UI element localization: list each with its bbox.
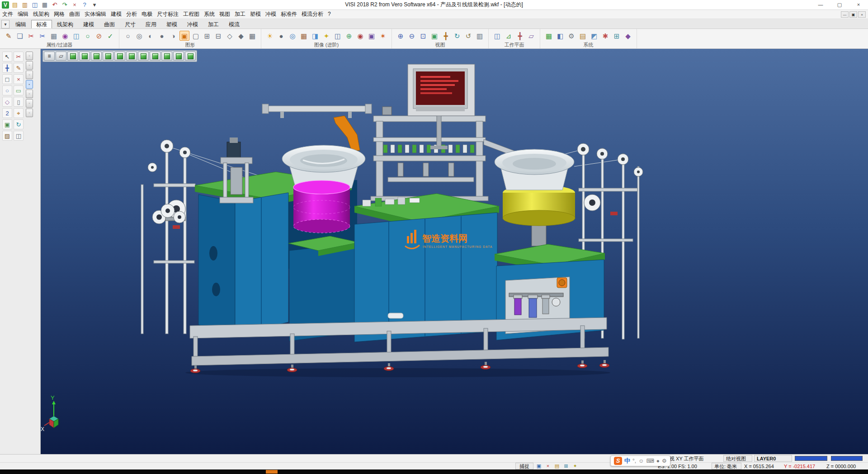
menu-item-12[interactable]: 系统 [202, 10, 217, 19]
punctuation-icon[interactable]: °, [632, 458, 636, 464]
background-icon[interactable]: ◨ [310, 31, 320, 41]
mini-tool-button-2[interactable]: ▫ [26, 61, 33, 70]
rotate-view-right-icon[interactable] [185, 52, 196, 61]
bottom-view-icon[interactable] [138, 52, 149, 61]
reflection-icon[interactable]: ◎ [288, 31, 297, 41]
menu-item-2[interactable]: 编辑 [15, 10, 31, 19]
menu-item-8[interactable]: 分析 [124, 10, 139, 19]
shaded-wire-icon[interactable]: ◐ [146, 31, 156, 41]
plane-tool-icon[interactable]: ▭ [14, 85, 24, 95]
pan-icon[interactable]: ╋ [441, 31, 451, 41]
modify-attributes-icon[interactable]: ✎ [4, 31, 14, 41]
help-icon[interactable]: ? [80, 1, 89, 9]
keyboard-icon[interactable]: ⌨ [646, 458, 654, 464]
wireframe-display-icon[interactable]: ○ [123, 31, 133, 41]
measure-target-icon[interactable]: ⌖ [14, 108, 24, 118]
tab-7[interactable]: 应用 [141, 20, 161, 28]
transparent-icon[interactable]: ◑ [168, 31, 178, 41]
menu-item-9[interactable]: 电极 [139, 10, 155, 19]
tab-6[interactable]: 尺寸 [120, 20, 141, 28]
highlight-pin-icon[interactable]: ✦ [571, 463, 579, 470]
menu-item-16[interactable]: 冲模 [263, 10, 278, 19]
mic-icon[interactable]: ● [656, 458, 660, 464]
snap-cross-icon[interactable]: ╋ [2, 63, 12, 73]
mesh-display-icon[interactable]: ▦ [247, 31, 257, 41]
section-view-icon[interactable]: ⊟ [213, 31, 223, 41]
menu-item-14[interactable]: 加工 [232, 10, 248, 19]
wireframe-filter-icon[interactable]: ○ [83, 31, 93, 41]
filter-trim-icon[interactable]: ✂ [38, 31, 47, 41]
zoom-in-icon[interactable]: ⊕ [396, 31, 406, 41]
texture-icon[interactable]: ▦ [299, 31, 309, 41]
menu-item-4[interactable]: 网格 [52, 10, 67, 19]
database-icon[interactable]: ◆ [623, 31, 633, 41]
zoom-fit-icon[interactable]: ▣ [429, 31, 439, 41]
solid-filter-icon[interactable]: ◉ [60, 31, 70, 41]
menu-item-5[interactable]: 曲面 [67, 10, 82, 19]
undo-icon[interactable]: ↶ [51, 1, 59, 9]
sketch-pencil-icon[interactable]: ✎ [14, 63, 24, 73]
element-filter-icon[interactable]: ▦ [49, 31, 59, 41]
multi-viewport-icon[interactable]: ▥ [475, 31, 485, 41]
hidden-lines-icon[interactable]: ◎ [134, 31, 144, 41]
workplane-status[interactable]: 俯视 XY 工作平面 [665, 455, 704, 462]
rendered-icon[interactable]: ▣ [179, 31, 189, 41]
display-mode-icon[interactable]: ▣ [535, 463, 542, 470]
mini-tool-button-4[interactable]: ▪ [26, 80, 33, 89]
trim-scissors-icon[interactable]: ✂ [14, 52, 24, 62]
top-view-icon[interactable] [126, 52, 137, 61]
render-plus-icon[interactable]: ⊕ [344, 31, 354, 41]
workplane-view-icon[interactable]: ▱ [56, 52, 66, 61]
settings-icon[interactable]: ⚙ [566, 31, 576, 41]
snap-toggle[interactable]: 捕捉 [515, 463, 533, 469]
lighting-icon[interactable]: ☀ [265, 31, 275, 41]
mini-tool-button-1[interactable]: ▫ [26, 52, 33, 60]
tab-9[interactable]: 冲模 [182, 20, 203, 28]
solid-display-icon[interactable]: ◆ [236, 31, 246, 41]
open-file-icon[interactable]: ▥ [21, 1, 29, 9]
face-filter-icon[interactable]: ◫ [71, 31, 81, 41]
tab-4[interactable]: 建模 [78, 20, 99, 28]
mini-tool-button-5[interactable]: ▫ [26, 90, 33, 98]
layer-manager-icon[interactable]: ▦ [544, 31, 554, 41]
rotate-tool-icon[interactable]: ↻ [14, 119, 24, 129]
plugins-icon[interactable]: ✱ [600, 31, 610, 41]
input-mode-toggle[interactable]: 中 [624, 457, 630, 465]
2d-mode-icon[interactable]: 2 [2, 108, 12, 118]
iso-view-icon[interactable] [67, 52, 78, 61]
palette-icon[interactable]: ▤ [553, 463, 561, 470]
mini-tool-button-6[interactable]: ▫ [26, 99, 33, 108]
tab-5[interactable]: 曲面 [99, 20, 120, 28]
menu-item-19[interactable]: ? [326, 10, 333, 19]
mini-tool-button-3[interactable]: ▫ [26, 71, 33, 79]
emoji-icon[interactable]: ☺ [638, 458, 644, 464]
workplane-xy-icon[interactable]: ◫ [492, 31, 502, 41]
grid-snap-icon[interactable]: ⊞ [562, 463, 570, 470]
print-icon[interactable]: ▦ [41, 1, 49, 9]
machine-3d-model[interactable]: 智造资料网 INTELLIGENT MANUFACTURING DATA Y X [41, 49, 868, 454]
polygon-tool-icon[interactable]: ◇ [2, 97, 12, 107]
tab-1[interactable]: 编辑 [10, 20, 31, 28]
flat-shade-icon[interactable]: ▢ [191, 31, 201, 41]
taskbar-active-app[interactable] [266, 470, 278, 474]
camera-icon[interactable]: ◉ [355, 31, 365, 41]
menu-item-6[interactable]: 实体编辑 [82, 10, 108, 19]
extrude-tool-icon[interactable]: ▯ [14, 97, 24, 107]
print-tool-icon[interactable]: ◫ [14, 131, 24, 141]
copy-attributes-icon[interactable]: ❏ [15, 31, 25, 41]
rotate-view-left-icon[interactable] [173, 52, 184, 61]
workplane-origin-icon[interactable]: ╋ [515, 31, 525, 41]
workplane-align-icon[interactable]: ⊿ [504, 31, 514, 41]
rectangle-tool-icon[interactable]: ◻ [2, 74, 12, 84]
snapshot-icon[interactable]: ▣ [367, 31, 377, 41]
quad-view-icon[interactable]: ⊞ [202, 31, 212, 41]
menu-item-1[interactable]: 文件 [0, 10, 15, 19]
ghost-display-icon[interactable]: ◇ [225, 31, 235, 41]
circle-tool-icon[interactable]: ○ [2, 85, 12, 95]
hatch-tool-icon[interactable]: ▨ [2, 131, 12, 141]
menu-item-17[interactable]: 标准件 [278, 10, 299, 19]
tab-overflow-icon[interactable]: ▾ [1, 20, 9, 28]
tab-10[interactable]: 加工 [203, 20, 224, 28]
menu-item-3[interactable]: 线架构 [31, 10, 52, 19]
filter-cut-icon[interactable]: ✂ [26, 31, 36, 41]
